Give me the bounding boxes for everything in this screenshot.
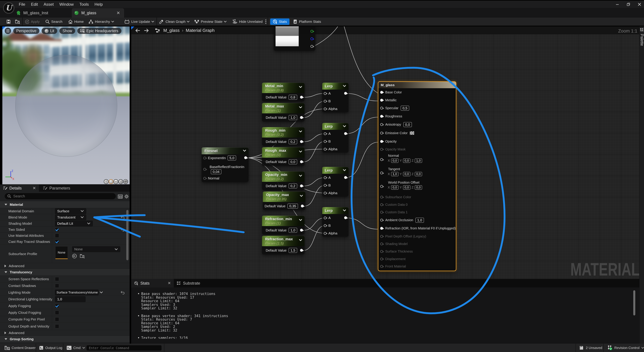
browse-to-asset-button[interactable] bbox=[14, 18, 22, 26]
tab-mi-glass-inst[interactable]: MI_glass_Inst bbox=[16, 8, 48, 18]
checkbox-cast-ray-traced-shadows[interactable] bbox=[55, 240, 59, 244]
output-pin[interactable] bbox=[301, 204, 304, 208]
node-lerp-2[interactable]: LerpABAlpha bbox=[322, 167, 348, 196]
preview-shape-sphere[interactable] bbox=[109, 179, 113, 184]
tab-parameters[interactable]: Parameters bbox=[40, 184, 73, 192]
output-pin[interactable] bbox=[300, 116, 303, 119]
input-pin[interactable] bbox=[380, 140, 383, 143]
output-pin[interactable] bbox=[344, 176, 347, 179]
lit-button[interactable]: Lit bbox=[42, 28, 57, 34]
input-pin[interactable] bbox=[380, 123, 383, 126]
input-directional-lighting-intensity[interactable]: 1,0 bbox=[55, 296, 86, 302]
collapse-chevron-icon[interactable] bbox=[298, 219, 302, 221]
output-log-button[interactable]: Output Log bbox=[39, 344, 62, 352]
clean-graph-button[interactable]: Clean Graph bbox=[157, 18, 192, 26]
details-tab-close-icon[interactable]: ✕ bbox=[32, 186, 36, 190]
node-opacity_min[interactable]: Opacity_minParam (0.2)Default Value0,2 bbox=[262, 172, 304, 190]
checkbox-use-material-attributes[interactable] bbox=[55, 234, 59, 238]
live-update-button[interactable]: Live Update bbox=[123, 18, 156, 26]
collapse-chevron-icon[interactable] bbox=[298, 239, 302, 242]
node-fresnel[interactable]: FresnelExponentIn5,0BaseReflectFractionI… bbox=[202, 148, 248, 182]
collapse-chevron-icon[interactable] bbox=[242, 150, 246, 152]
output-pin[interactable] bbox=[300, 229, 303, 232]
node-opacity_max[interactable]: Opacity_maxParam (0.35)Default Value0,35 bbox=[263, 192, 306, 210]
pin-value-box[interactable]: 1,0 bbox=[416, 218, 424, 223]
stats-button[interactable]: Stats bbox=[270, 18, 290, 25]
revert-to-default-icon[interactable] bbox=[120, 228, 125, 232]
menu-file[interactable]: File bbox=[16, 2, 28, 7]
collapse-chevron-icon[interactable] bbox=[298, 174, 302, 177]
breadcrumb-page[interactable]: Material Graph bbox=[186, 28, 215, 33]
checkbox-output-depth-and-velocity[interactable] bbox=[55, 324, 59, 328]
section-header-advanced[interactable]: Advanced bbox=[0, 263, 130, 269]
browse-asset-icon[interactable] bbox=[80, 254, 85, 258]
collapse-chevron-icon[interactable] bbox=[342, 125, 346, 128]
checkbox-apply-fogging[interactable] bbox=[55, 304, 59, 308]
tab-stats[interactable]: Stats ✕ bbox=[131, 279, 174, 288]
input-pin-normal[interactable] bbox=[203, 177, 206, 180]
input-pin[interactable] bbox=[380, 227, 383, 230]
collapse-chevron-icon[interactable] bbox=[342, 85, 346, 87]
node-metal_max[interactable]: Metal_maxParam (1)Default Value1,0 bbox=[262, 103, 304, 122]
display-filter-icon[interactable] bbox=[118, 194, 122, 199]
menu-edit[interactable]: Edit bbox=[28, 2, 41, 7]
menu-help[interactable]: Help bbox=[92, 2, 106, 7]
input-pin[interactable] bbox=[380, 250, 383, 253]
input-pin[interactable] bbox=[380, 91, 383, 94]
save-button[interactable] bbox=[0, 18, 14, 26]
preview-shape-plane[interactable] bbox=[114, 179, 118, 184]
input-pin-a[interactable] bbox=[324, 92, 326, 95]
details-scrollbar[interactable] bbox=[126, 210, 128, 260]
output-pin[interactable] bbox=[300, 140, 303, 143]
show-button[interactable]: Show bbox=[59, 28, 75, 34]
checkbox-two-sided[interactable] bbox=[55, 228, 59, 232]
revert-to-default-icon[interactable] bbox=[120, 215, 125, 219]
maximize-button[interactable] bbox=[626, 2, 631, 7]
input-pin[interactable] bbox=[380, 115, 383, 118]
perspective-button[interactable]: Perspective bbox=[13, 28, 40, 34]
dropdown-material-domain[interactable]: Surface bbox=[55, 208, 86, 214]
collapse-chevron-icon[interactable] bbox=[298, 150, 302, 153]
output-pin[interactable] bbox=[300, 184, 303, 187]
input-pin-alpha[interactable] bbox=[324, 108, 326, 110]
checkbox-apply-cloud-fogging[interactable] bbox=[55, 310, 59, 314]
input-pin[interactable] bbox=[380, 185, 383, 188]
section-header-material[interactable]: Material bbox=[0, 201, 130, 208]
node-texture-preview[interactable] bbox=[274, 26, 315, 51]
revert-to-default-icon[interactable] bbox=[120, 290, 125, 294]
node-lerp-1[interactable]: LerpABAlpha bbox=[322, 123, 348, 152]
input-pin-alpha[interactable] bbox=[324, 192, 326, 194]
input-pin[interactable] bbox=[380, 219, 383, 222]
input-pin[interactable] bbox=[380, 132, 383, 134]
minimize-button[interactable] bbox=[615, 2, 620, 7]
axis-value-box[interactable]: 0,0 bbox=[391, 158, 398, 163]
output-pin[interactable] bbox=[244, 156, 247, 159]
node-m-glass[interactable]: M_glassBase ColorMetallicSpecular0,5Roug… bbox=[378, 81, 456, 271]
preview-scene-button[interactable]: Epic Headquarters bbox=[77, 28, 122, 34]
menu-asset[interactable]: Asset bbox=[41, 2, 56, 7]
details-search-input[interactable]: Search bbox=[5, 193, 116, 199]
palette-side-tab[interactable]: Palette bbox=[639, 26, 644, 344]
breadcrumb-asset[interactable]: M_glass bbox=[163, 28, 180, 33]
node-refraction_min[interactable]: Refraction_minParam (1)Default Value1,0 bbox=[262, 216, 304, 234]
input-pin-alpha[interactable] bbox=[324, 232, 326, 235]
input-pin[interactable] bbox=[380, 242, 383, 245]
pin-value-box[interactable]: 0,0 bbox=[403, 122, 412, 127]
input-pin[interactable] bbox=[380, 158, 383, 161]
default-value-box[interactable]: 1,5 bbox=[289, 248, 297, 253]
node-rough_min[interactable]: Rough_minParam (0.2)Default Value0,2 bbox=[262, 127, 304, 146]
input-pin-basereflectfractionin[interactable] bbox=[203, 168, 206, 171]
dropdown-lighting-mode[interactable]: Surface TranslucencyVolume bbox=[55, 290, 98, 295]
node-lerp-3[interactable]: LerpABAlpha bbox=[322, 207, 348, 237]
collapse-chevron-icon[interactable] bbox=[298, 130, 302, 133]
input-pin-exponentin[interactable] bbox=[203, 157, 206, 160]
axis-value-box[interactable]: 0,0 bbox=[403, 172, 410, 176]
default-value-box[interactable]: 0,2 bbox=[289, 139, 297, 144]
input-pin-alpha[interactable] bbox=[324, 148, 326, 150]
input-pin-a[interactable] bbox=[324, 176, 326, 179]
preview-shape-cylinder[interactable] bbox=[104, 179, 108, 184]
hide-unrelated-button[interactable]: Hide Unrelated bbox=[230, 18, 264, 26]
axis-value-box[interactable]: 0,0 bbox=[403, 185, 410, 190]
tab-m-glass[interactable]: M_glass ✕ bbox=[72, 8, 124, 18]
material-graph-canvas[interactable]: M_glass › Material Graph Zoom 1:1 MATERI… bbox=[131, 26, 639, 344]
